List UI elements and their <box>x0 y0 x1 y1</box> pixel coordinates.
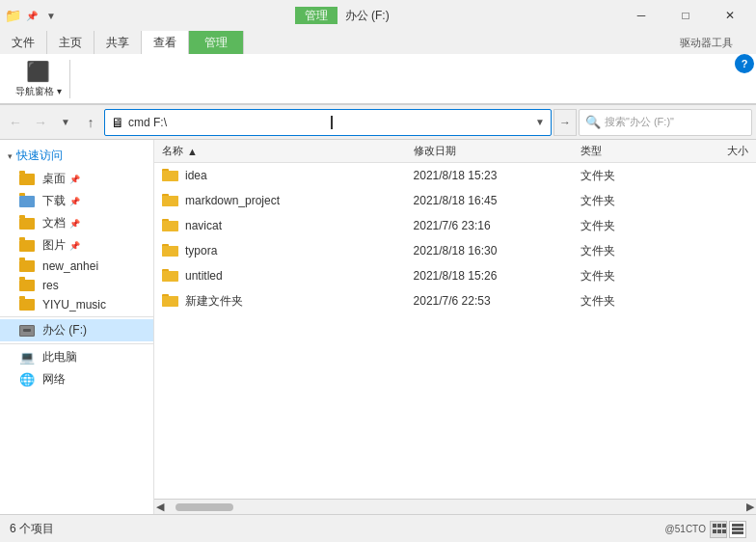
sidebar: ▾ 快速访问 桌面 📌 下载 📌 文档 📌 <box>0 140 154 514</box>
back-button[interactable]: ← <box>4 111 27 134</box>
file-list: idea 2021/8/18 15:23 文件夹 markdown_projec… <box>154 163 756 499</box>
table-row[interactable]: idea 2021/8/18 15:23 文件夹 <box>154 163 756 188</box>
col-header-type[interactable]: 类型 <box>580 144 681 158</box>
this-pc-icon: 💻 <box>19 351 37 365</box>
svg-rect-5 <box>162 196 178 206</box>
pin-icon-title: 📌 <box>23 7 40 24</box>
file-type: 文件夹 <box>580 243 681 259</box>
network-icon: 🌐 <box>19 373 37 387</box>
sidebar-yiyu-music-label: YIYU_music <box>42 298 106 312</box>
address-cursor <box>331 116 333 129</box>
nav-bar: ← → ▼ ↑ 🖥 cmd F:\ ▼ → 🔍 搜索"办公 (F:)" <box>0 105 756 140</box>
file-name: navicat <box>162 218 414 233</box>
ribbon-toolbar: ⬛ 导航窗格 ▾ <box>8 60 748 98</box>
file-name: markdown_project <box>162 193 414 208</box>
status-bar: 6 个项目 @51CTО <box>0 514 756 542</box>
file-name: untitled <box>162 268 414 284</box>
maximize-button[interactable]: □ <box>663 0 708 31</box>
tab-view[interactable]: 查看 <box>142 31 189 54</box>
file-date: 2021/7/6 23:16 <box>414 219 581 232</box>
file-folder-icon <box>162 293 179 309</box>
sidebar-item-new-anhei[interactable]: new_anhei <box>0 257 153 276</box>
title-bar: 📁 📌 ▼ 管理 办公 (F:) ─ □ ✕ <box>0 0 756 31</box>
scroll-thumb[interactable] <box>176 503 233 511</box>
quick-access-arrow: ▾ <box>8 151 13 161</box>
table-row[interactable]: 新建文件夹 2021/7/6 22:53 文件夹 <box>154 288 756 313</box>
pin-icon-downloads: 📌 <box>69 197 80 206</box>
sidebar-item-documents[interactable]: 文档 📌 <box>0 212 153 234</box>
minimize-button[interactable]: ─ <box>619 0 663 31</box>
table-row[interactable]: markdown_project 2021/8/18 16:45 文件夹 <box>154 188 756 213</box>
sidebar-item-this-pc[interactable]: 💻 此电脑 <box>0 346 153 368</box>
recent-button[interactable]: ▼ <box>54 111 77 134</box>
forward-button[interactable]: → <box>29 111 52 134</box>
sidebar-item-desktop[interactable]: 桌面 📌 <box>0 168 153 190</box>
file-name: idea <box>162 168 414 183</box>
close-button[interactable]: ✕ <box>708 0 752 31</box>
grid-view-button[interactable] <box>710 521 727 538</box>
drive-tools-label: 驱动器工具 <box>244 31 756 54</box>
nav-pane-icon: ⬛ <box>26 60 50 83</box>
search-bar[interactable]: 🔍 搜索"办公 (F:)" <box>579 109 752 136</box>
col-header-name[interactable]: 名称 ▲ <box>162 144 414 158</box>
quick-access-header[interactable]: ▾ 快速访问 <box>0 144 153 168</box>
file-folder-icon <box>162 193 179 208</box>
col-header-date[interactable]: 修改日期 <box>414 144 581 158</box>
quick-access-label: 快速访问 <box>16 148 63 164</box>
tab-manage[interactable]: 管理 <box>189 31 244 54</box>
file-date: 2021/8/18 15:23 <box>414 169 581 182</box>
up-button[interactable]: ↑ <box>79 111 102 134</box>
sidebar-item-res[interactable]: res <box>0 276 153 295</box>
sidebar-desktop-label: 桌面 <box>42 171 66 187</box>
file-name: typora <box>162 243 414 258</box>
sidebar-network-label: 网络 <box>42 371 66 388</box>
help-button[interactable]: ? <box>735 54 754 73</box>
sidebar-item-pictures[interactable]: 图片 📌 <box>0 234 153 257</box>
file-name: 新建文件夹 <box>162 293 414 310</box>
ribbon-tabs: 文件 主页 共享 查看 管理 驱动器工具 <box>0 31 756 54</box>
sidebar-drive-f-label: 办公 (F:) <box>42 322 87 339</box>
pictures-icon <box>19 239 37 253</box>
scroll-track[interactable] <box>166 503 744 511</box>
manage-tab-title: 管理 <box>295 7 338 24</box>
tab-home[interactable]: 主页 <box>47 31 94 54</box>
search-placeholder-text: 搜索"办公 (F:)" <box>605 115 674 129</box>
dropdown-arrow[interactable]: ▼ <box>42 7 60 24</box>
address-bar[interactable]: 🖥 cmd F:\ ▼ <box>104 109 552 136</box>
pin-icon-desktop: 📌 <box>69 175 80 184</box>
scroll-left-button[interactable]: ◀ <box>156 501 164 513</box>
file-type: 文件夹 <box>580 218 681 234</box>
content-area: 名称 ▲ 修改日期 类型 大小 idea 2021/8/18 15:23 <box>154 140 756 514</box>
col-header-size[interactable]: 大小 <box>682 144 748 158</box>
window-title: 办公 (F:) <box>345 9 390 22</box>
horizontal-scrollbar[interactable]: ◀ ▶ <box>154 499 756 514</box>
table-row[interactable]: typora 2021/8/18 16:30 文件夹 <box>154 238 756 263</box>
file-type: 文件夹 <box>580 293 681 310</box>
svg-rect-17 <box>162 296 178 307</box>
view-toggle <box>710 521 746 538</box>
sidebar-item-downloads[interactable]: 下载 📌 <box>0 190 153 212</box>
pin-icon-documents: 📌 <box>69 219 80 229</box>
ribbon: 文件 主页 共享 查看 管理 驱动器工具 ⬛ 导航窗格 ▾ <box>0 31 756 105</box>
sidebar-item-drive-f[interactable]: 办公 (F:) <box>0 319 153 341</box>
scroll-right-button[interactable]: ▶ <box>746 501 754 513</box>
file-list-header: 名称 ▲ 修改日期 类型 大小 <box>154 140 756 163</box>
table-row[interactable]: untitled 2021/8/18 15:26 文件夹 <box>154 263 756 288</box>
search-icon: 🔍 <box>585 115 601 129</box>
downloads-icon <box>19 195 37 208</box>
sidebar-item-yiyu-music[interactable]: YIYU_music <box>0 295 153 314</box>
ribbon-content: ⬛ 导航窗格 ▾ <box>0 54 756 104</box>
tab-share[interactable]: 共享 <box>94 31 142 54</box>
address-dropdown-icon[interactable]: ▼ <box>535 117 545 127</box>
tab-file[interactable]: 文件 <box>0 31 47 54</box>
svg-rect-8 <box>162 221 178 231</box>
file-type: 文件夹 <box>580 193 681 209</box>
res-icon <box>19 279 37 292</box>
sidebar-item-network[interactable]: 🌐 网络 <box>0 368 153 391</box>
list-view-button[interactable] <box>729 521 746 538</box>
status-right: @51CTО <box>665 521 746 538</box>
sidebar-res-label: res <box>42 279 59 292</box>
navigate-button[interactable]: → <box>554 109 577 136</box>
main-area: ▾ 快速访问 桌面 📌 下载 📌 文档 📌 <box>0 140 756 514</box>
table-row[interactable]: navicat 2021/7/6 23:16 文件夹 <box>154 213 756 238</box>
